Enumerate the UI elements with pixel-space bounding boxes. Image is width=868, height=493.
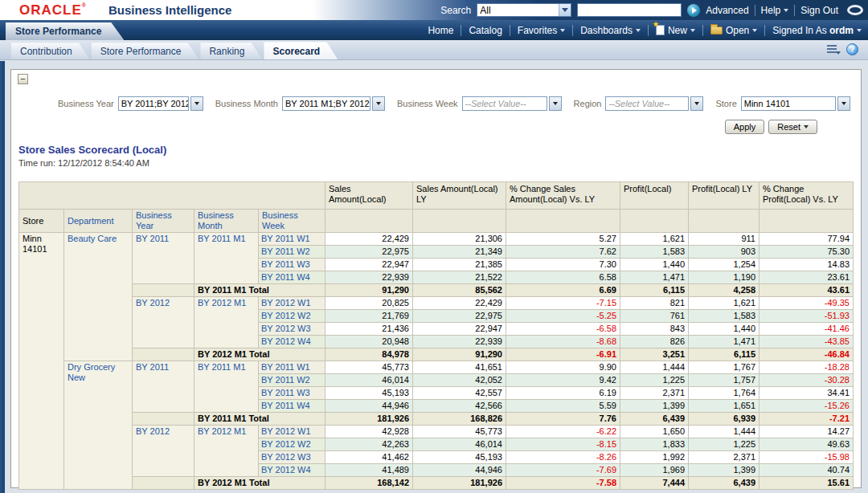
apply-button[interactable]: Apply — [725, 120, 765, 134]
business-year-combo[interactable]: BY 2011;BY 2012 — [118, 96, 189, 111]
store-combo[interactable]: Minn 14101 — [741, 96, 836, 111]
total-value-cell: -7.58 — [506, 477, 620, 490]
business-week-cell: BY 2011 W2 — [259, 374, 326, 387]
value-cell: 1,583 — [689, 310, 760, 323]
business-week-link[interactable]: BY 2011 W2 — [261, 375, 310, 385]
business-week-link[interactable]: BY 2012 W4 — [261, 336, 311, 346]
help-icon[interactable]: ? — [846, 43, 858, 55]
business-week-link[interactable]: BY 2011 W4 — [261, 272, 310, 282]
dim-header[interactable]: Department — [64, 210, 133, 233]
business-week-link[interactable]: BY 2012 W4 — [261, 465, 311, 475]
value-cell: 5.27 — [506, 233, 620, 246]
folder-icon — [710, 26, 723, 35]
business-week-link[interactable]: BY 2012 W3 — [261, 452, 311, 462]
region-combo[interactable]: --Select Value-- — [605, 96, 689, 111]
value-cell: 41,651 — [413, 361, 506, 374]
value-cell: 41,489 — [326, 464, 413, 477]
value-cell: 1,757 — [689, 374, 760, 387]
nav-catalog[interactable]: Catalog — [469, 25, 502, 36]
tab-ranking[interactable]: Ranking — [200, 43, 262, 59]
filter-business-month: Business Month BY 2011 M1;BY 2012 — [215, 96, 385, 111]
business-year-link[interactable]: BY 2012 — [136, 298, 170, 308]
search-input[interactable] — [577, 3, 682, 17]
value-cell: 75.30 — [760, 246, 854, 259]
empty-header-cell — [413, 210, 506, 233]
search-area: Search All Advanced Help Sign Out — [440, 0, 863, 20]
value-cell: 911 — [689, 233, 760, 246]
value-cell: 22,947 — [413, 323, 506, 336]
business-month-combo[interactable]: BY 2011 M1;BY 2012 — [282, 96, 371, 111]
total-value-cell: 181,926 — [413, 477, 506, 490]
reset-button[interactable]: Reset — [768, 120, 817, 134]
dim-header[interactable]: Business Week — [259, 210, 326, 233]
collapse-section-button[interactable]: − — [18, 74, 28, 84]
business-week-cell: BY 2011 W3 — [259, 387, 326, 400]
value-cell: 22,939 — [413, 336, 506, 348]
business-week-link[interactable]: BY 2012 W3 — [261, 324, 311, 333]
business-week-link[interactable]: BY 2012 W2 — [261, 439, 311, 449]
business-week-link[interactable]: BY 2012 W1 — [261, 426, 311, 436]
business-week-link[interactable]: BY 2011 W3 — [261, 388, 310, 397]
dim-header[interactable]: Business Month — [194, 210, 259, 233]
chevron-down-icon — [752, 29, 757, 32]
total-value-cell: 168,142 — [326, 477, 413, 490]
business-year-link[interactable]: BY 2011 — [136, 234, 169, 243]
business-month-link[interactable]: BY 2012 M1 — [198, 298, 246, 308]
filter-business-week: Business Week --Select Value-- — [397, 96, 562, 111]
tab-contribution[interactable]: Contribution — [11, 43, 90, 59]
value-cell: 1,471 — [620, 271, 689, 284]
chevron-down-icon[interactable] — [190, 96, 203, 111]
chevron-down-icon[interactable] — [549, 96, 562, 111]
dim-header[interactable]: Business Year — [133, 210, 194, 233]
business-week-link[interactable]: BY 2011 W1 — [261, 234, 310, 243]
page-tabs-strip: Contribution Store Performance Ranking S… — [0, 40, 868, 60]
value-cell: 1,651 — [689, 400, 760, 413]
help-menu[interactable]: Help — [761, 5, 789, 16]
business-week-link[interactable]: BY 2011 W2 — [261, 246, 310, 256]
department-cell: Beauty Care — [64, 233, 133, 361]
nav-open[interactable]: Open — [710, 25, 757, 36]
chevron-down-icon[interactable] — [837, 96, 850, 111]
business-week-link[interactable]: BY 2011 W3 — [261, 259, 310, 269]
nav-home[interactable]: Home — [428, 25, 453, 36]
business-year-link[interactable]: BY 2012 — [136, 426, 170, 436]
chevron-down-icon[interactable] — [372, 96, 385, 111]
business-week-combo[interactable]: --Select Value-- — [462, 96, 547, 111]
value-cell: 9.90 — [506, 361, 620, 374]
value-cell: -43.85 — [760, 336, 854, 348]
business-week-link[interactable]: BY 2012 W2 — [261, 311, 311, 320]
signed-in-as[interactable]: Signed In As ordm — [772, 25, 862, 36]
sign-out-link[interactable]: Sign Out — [800, 5, 838, 16]
tab-store-performance[interactable]: Store Performance — [92, 43, 199, 59]
business-month-cell: BY 2011 M1 — [194, 233, 259, 284]
dashboard-title-tab[interactable]: Store Performance — [6, 22, 124, 40]
tab-scorecard[interactable]: Scorecard — [264, 42, 338, 59]
chevron-down-icon[interactable] — [690, 96, 703, 111]
business-month-link[interactable]: BY 2012 M1 — [198, 426, 246, 436]
value-cell: 42,928 — [326, 426, 413, 438]
total-value-cell: 7.76 — [506, 413, 620, 426]
department-link[interactable]: Dry Grocery New — [68, 362, 115, 382]
nav-new[interactable]: New — [656, 25, 695, 36]
chevron-down-icon[interactable] — [559, 4, 571, 16]
business-week-cell: BY 2012 W4 — [259, 336, 326, 348]
business-year-link[interactable]: BY 2011 — [136, 362, 169, 372]
business-week-link[interactable]: BY 2011 W1 — [261, 362, 310, 372]
value-cell: 7.30 — [506, 259, 620, 271]
business-month-link[interactable]: BY 2011 M1 — [198, 362, 246, 372]
value-cell: 20,825 — [326, 297, 413, 310]
search-go-button[interactable] — [687, 4, 700, 17]
value-cell: 843 — [620, 323, 689, 336]
value-cell: 22,975 — [326, 246, 413, 259]
business-month-link[interactable]: BY 2011 M1 — [198, 234, 246, 243]
page-options-icon[interactable] — [827, 44, 840, 55]
nav-favorites[interactable]: Favorites — [518, 25, 565, 36]
business-week-link[interactable]: BY 2011 W4 — [261, 401, 310, 410]
search-scope-select[interactable]: All — [477, 3, 571, 17]
business-week-link[interactable]: BY 2012 W1 — [261, 298, 311, 308]
value-cell: 42,566 — [413, 400, 506, 413]
value-cell: -49.35 — [760, 297, 854, 310]
nav-dashboards[interactable]: Dashboards — [580, 25, 641, 36]
department-link[interactable]: Beauty Care — [68, 234, 117, 243]
advanced-link[interactable]: Advanced — [706, 5, 748, 16]
